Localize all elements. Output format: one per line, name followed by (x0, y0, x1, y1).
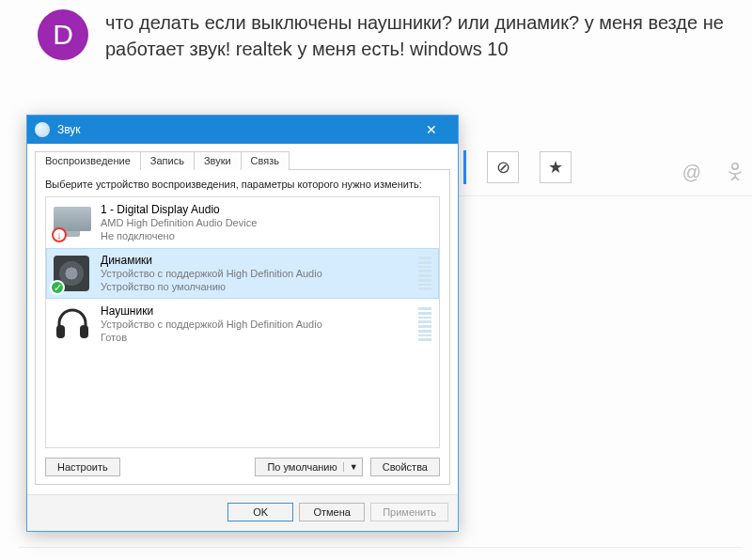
device-sub: Устройство с поддержкой High Definition … (101, 267, 409, 280)
device-status: Устройство по умолчанию (101, 280, 409, 293)
level-meter (418, 305, 431, 343)
device-sub: AMD High Definition Audio Device (101, 216, 431, 229)
apply-button[interactable]: Применить (370, 503, 448, 521)
block-button[interactable]: ⊘ (487, 151, 519, 183)
close-button[interactable]: ✕ (413, 119, 450, 140)
favorite-button[interactable]: ★ (540, 151, 572, 183)
properties-button[interactable]: Свойства (370, 458, 440, 476)
svg-point-0 (732, 163, 738, 169)
window-title: Звук (57, 123, 413, 136)
device-name: Динамики (101, 254, 409, 267)
cancel-button[interactable]: Отмена (299, 503, 365, 521)
configure-button[interactable]: Настроить (45, 458, 120, 476)
headphones-icon (54, 306, 91, 342)
ok-button[interactable]: OK (227, 503, 293, 521)
device-row-speakers[interactable]: ✓ Динамики Устройство с поддержкой High … (46, 248, 439, 299)
tab-sounds[interactable]: Звуки (194, 151, 242, 170)
ok-share-icon[interactable] (728, 162, 743, 185)
set-default-button[interactable]: По умолчанию ▼ (255, 458, 362, 476)
tab-playback[interactable]: Воспроизведение (35, 151, 141, 170)
mention-icon[interactable]: @ (682, 162, 701, 185)
level-meter (418, 255, 431, 292)
set-default-label: По умолчанию (267, 461, 337, 473)
instruction-text: Выберите устройство воспроизведения, пар… (45, 178, 440, 191)
device-name: Наушники (101, 304, 409, 318)
question-text: что делать если выключены наушники? или … (105, 9, 743, 62)
monitor-icon (54, 205, 91, 241)
reply-field-edge[interactable] (463, 150, 466, 184)
chevron-down-icon[interactable]: ▼ (343, 462, 358, 472)
device-row-digital-display[interactable]: 1 - Digital Display Audio AMD High Defin… (46, 197, 439, 248)
speaker-icon: ✓ (54, 256, 91, 291)
unplugged-badge-icon (52, 227, 67, 242)
sound-dialog: Звук ✕ Воспроизведение Запись Звуки Связ… (26, 115, 459, 532)
device-status: Не подключено (101, 229, 431, 242)
default-badge-icon: ✓ (50, 280, 65, 295)
tab-recording[interactable]: Запись (140, 151, 195, 170)
tab-communications[interactable]: Связь (241, 151, 290, 170)
device-name: 1 - Digital Display Audio (101, 203, 431, 216)
titlebar[interactable]: Звук ✕ (27, 116, 458, 144)
panel-buttons: Настроить По умолчанию ▼ Свойства (45, 458, 440, 476)
tab-panel-playback: Выберите устройство воспроизведения, пар… (35, 169, 450, 485)
bottom-divider (19, 547, 743, 560)
device-row-headphones[interactable]: Наушники Устройство с поддержкой High De… (46, 299, 439, 350)
sound-title-icon (35, 122, 50, 137)
svg-rect-2 (80, 325, 88, 338)
forum-question: D что делать если выключены наушники? ил… (0, 0, 752, 62)
avatar[interactable]: D (38, 9, 88, 60)
dialog-footer: OK Отмена Применить (27, 494, 458, 531)
svg-rect-1 (56, 325, 65, 338)
device-list[interactable]: 1 - Digital Display Audio AMD High Defin… (45, 196, 440, 448)
tab-strip: Воспроизведение Запись Звуки Связь (35, 149, 450, 170)
share-icons: @ (682, 162, 743, 185)
device-sub: Устройство с поддержкой High Definition … (101, 318, 409, 331)
device-status: Готов (101, 331, 409, 344)
